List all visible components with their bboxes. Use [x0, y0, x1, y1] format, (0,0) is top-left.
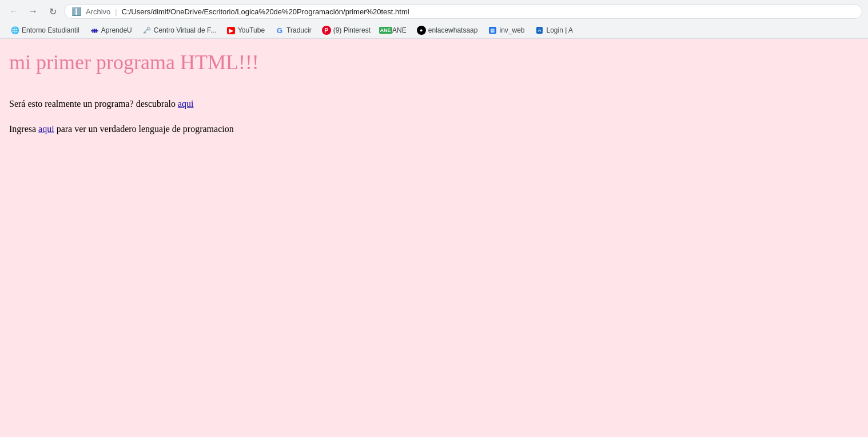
key-icon: 🗝️: [142, 26, 152, 35]
bookmark-label: YouTube: [238, 26, 265, 34]
invweb-icon: ▦: [488, 26, 497, 35]
bookmark-label: Centro Virtual de F...: [154, 26, 216, 34]
bookmark-pinterest[interactable]: P (9) Pinterest: [317, 24, 375, 37]
bookmark-centro[interactable]: 🗝️ Centro Virtual de F...: [138, 24, 221, 37]
url-separator: |: [115, 7, 117, 16]
paragraph-1: Será esto realmente un programa? descubr…: [9, 97, 859, 111]
forward-button[interactable]: →: [25, 3, 41, 19]
bookmark-label: Login | A: [547, 26, 574, 34]
paragraph-2-after: para ver un verdadero lenguaje de progra…: [54, 124, 234, 134]
bookmark-invweb[interactable]: ▦ inv_web: [483, 24, 529, 37]
reload-button[interactable]: ↻: [45, 3, 61, 19]
bookmark-entorno[interactable]: 🌐 Entorno Estudiantil: [6, 24, 84, 37]
globe-icon: 🌐: [10, 26, 19, 35]
nav-bar: ← → ↻ ℹ️ Archivo | C:/Users/dimif/OneDri…: [0, 0, 868, 23]
bookmark-login[interactable]: A Login | A: [531, 24, 578, 37]
url-text: C:/Users/dimif/OneDrive/Escritorio/Logic…: [122, 7, 409, 16]
security-icon: ℹ️: [71, 7, 81, 16]
translate-icon: G: [275, 26, 284, 35]
paragraph-2-before: Ingresa: [9, 124, 38, 134]
protocol-label: Archivo: [86, 7, 110, 16]
back-button[interactable]: ←: [6, 3, 22, 19]
bookmarks-bar: 🌐 Entorno Estudiantil ᚒ AprendeU 🗝️ Cent…: [0, 23, 868, 38]
browser-chrome: ← → ↻ ℹ️ Archivo | C:/Users/dimif/OneDri…: [0, 0, 868, 39]
login-icon: A: [535, 26, 544, 35]
address-bar[interactable]: ℹ️ Archivo | C:/Users/dimif/OneDrive/Esc…: [64, 4, 862, 19]
bookmark-label: enlacewhatsaap: [428, 26, 478, 34]
bookmark-youtube[interactable]: ▶ YouTube: [222, 24, 269, 37]
bookmark-label: Entorno Estudiantil: [22, 26, 79, 34]
paragraph-2: Ingresa aqui para ver un verdadero lengu…: [9, 122, 859, 136]
aprendeu-icon: ᚒ: [90, 26, 99, 35]
pinterest-icon: P: [322, 26, 331, 35]
paragraph-1-text: Será esto realmente un programa? descubr…: [9, 99, 178, 109]
whatsapp-icon: ●: [417, 26, 426, 35]
bookmark-traducir[interactable]: G Traducir: [270, 24, 316, 37]
page-content: mi primer programa HTML!!! Será esto rea…: [0, 39, 868, 437]
paragraph-2-link[interactable]: aqui: [38, 124, 54, 134]
bookmark-whatsapp[interactable]: ● enlacewhatsaap: [412, 24, 483, 37]
bookmark-ane[interactable]: ANE ANE: [376, 24, 411, 37]
bookmark-label: AprendeU: [101, 26, 132, 34]
youtube-icon: ▶: [226, 26, 236, 35]
page-title: mi primer programa HTML!!!: [9, 50, 859, 74]
paragraph-1-link[interactable]: aqui: [178, 99, 194, 109]
bookmark-label: inv_web: [499, 26, 524, 34]
bookmark-label: Traducir: [286, 26, 312, 34]
bookmark-aprendeu[interactable]: ᚒ AprendeU: [85, 24, 137, 37]
ane-icon: ANE: [381, 26, 390, 35]
bookmark-label: ANE: [392, 26, 407, 34]
bookmark-label: (9) Pinterest: [333, 26, 371, 34]
